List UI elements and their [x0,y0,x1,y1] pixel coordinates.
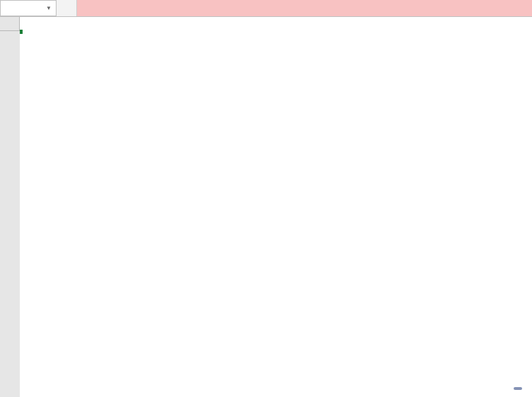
grid [20,17,532,397]
formula-bar: ▼ [0,0,532,17]
name-box[interactable]: ▼ [0,0,57,16]
select-all-corner[interactable] [0,17,20,31]
row-headers [0,17,20,397]
watermark-logo [514,387,522,390]
col-headers [20,17,532,31]
formula-input[interactable] [77,0,532,16]
watermark [514,387,525,390]
formula-buttons [57,0,77,16]
sheet [0,17,532,397]
name-box-dropdown-icon[interactable]: ▼ [46,5,52,11]
active-cell-outline [20,31,23,34]
